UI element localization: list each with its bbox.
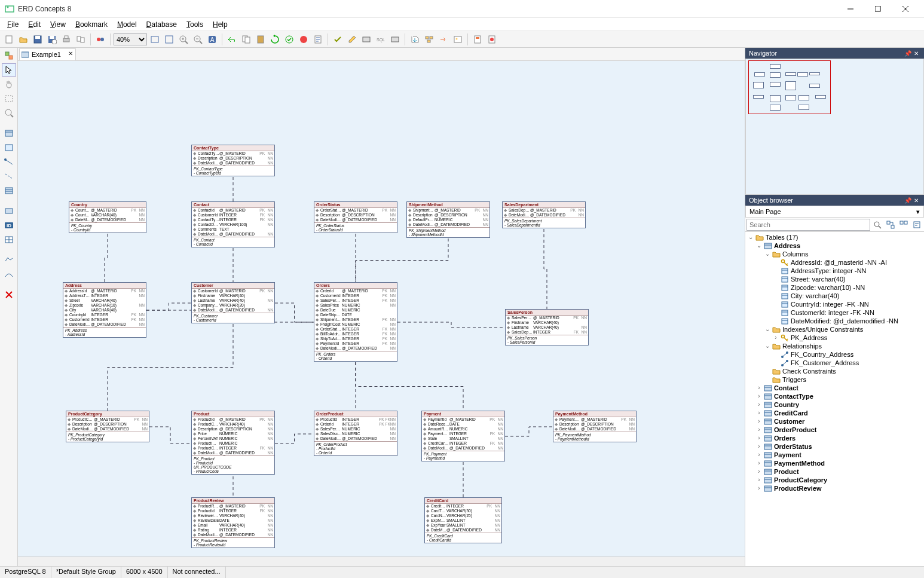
hand-icon[interactable] bbox=[2, 78, 16, 91]
validate-button[interactable] bbox=[283, 33, 296, 46]
id-icon[interactable]: ID bbox=[2, 219, 16, 232]
tree-check[interactable]: Check Constraints bbox=[746, 367, 923, 375]
entity-PaymentMethod[interactable]: PaymentMethod◆PaymentMethodId@_MASTERIDP… bbox=[553, 411, 637, 442]
menu-bookmark[interactable]: Bookmark bbox=[71, 19, 112, 30]
entity-OrderStatus[interactable]: OrderStatus◆OrderStatusId@_MASTERIDPKNN◆… bbox=[314, 201, 397, 233]
entity-ProductCategory[interactable]: ProductCategory◆ProductCategoryId@_MASTE… bbox=[66, 411, 149, 442]
tree-address[interactable]: ⌄Address bbox=[746, 241, 923, 250]
maximize-button[interactable] bbox=[864, 0, 892, 18]
tree-fk[interactable]: FK_Customer_Address bbox=[746, 359, 923, 367]
tree-table[interactable]: ›Customer bbox=[746, 417, 923, 426]
run-button[interactable] bbox=[297, 33, 310, 46]
tree-filter-icon[interactable] bbox=[911, 219, 923, 231]
entity-ShipmentMethod[interactable]: ShipmentMethod◆ShipmentMethodId@_MASTERI… bbox=[406, 201, 490, 238]
entity-OrderProduct[interactable]: OrderProduct◆ProductIdINTEGERPK FKNN◆Ord… bbox=[314, 411, 397, 456]
delete-icon[interactable] bbox=[2, 288, 16, 301]
page-select[interactable]: Main Page▾ bbox=[745, 206, 924, 218]
sql-button[interactable]: SQL bbox=[374, 33, 387, 46]
paste-button[interactable] bbox=[254, 33, 267, 46]
report-button[interactable] bbox=[471, 33, 484, 46]
entity-Product[interactable]: Product◆ProductId@_MASTERIDPKNN◆ProductC… bbox=[191, 411, 275, 475]
zoomarea-icon[interactable]: A bbox=[206, 33, 219, 46]
close-button[interactable] bbox=[892, 0, 919, 18]
entity-ProductReview[interactable]: ProductReview◆ProductReviewId@_MASTERIDP… bbox=[191, 497, 275, 548]
check-button[interactable] bbox=[331, 33, 344, 46]
entity-Customer[interactable]: Customer◆CustomerId@_MASTERIDPKNN◆Firstn… bbox=[191, 282, 275, 323]
copy-button[interactable] bbox=[240, 33, 253, 46]
tree-col[interactable]: Street: varchar(40) bbox=[746, 275, 923, 283]
select-rect-icon[interactable] bbox=[2, 92, 16, 105]
tree-columns[interactable]: ⌄Columns bbox=[746, 250, 923, 258]
tree-indexes[interactable]: ⌄Indexes/Unique Constraints bbox=[746, 325, 923, 334]
table-icon[interactable] bbox=[2, 233, 16, 246]
minimize-button[interactable] bbox=[837, 0, 864, 18]
view-icon[interactable] bbox=[2, 141, 16, 154]
tree-table[interactable]: ›Contact bbox=[746, 384, 923, 392]
open-button[interactable] bbox=[17, 33, 30, 46]
pin-icon[interactable]: 📌 bbox=[904, 49, 912, 57]
diagram-canvas[interactable]: ContactType◆ContactTypeId@_MASTERIDPKNN◆… bbox=[18, 61, 745, 556]
pdf-button[interactable] bbox=[485, 33, 498, 46]
edit-button[interactable] bbox=[345, 33, 359, 46]
scroll-h[interactable] bbox=[18, 556, 745, 566]
zoom-select[interactable]: 40% bbox=[114, 33, 147, 45]
entity-Country[interactable]: Country◆CountryId@_MASTERIDPKNN◆CountryN… bbox=[69, 201, 146, 233]
entity-SalesDepartment[interactable]: SalesDepartment◆SalesDepartmentId@_MASTE… bbox=[502, 201, 586, 228]
tree-table[interactable]: ›PaymentMethod bbox=[746, 459, 923, 467]
tree-col[interactable]: Zipcode: varchar(10) -NN bbox=[746, 283, 923, 292]
entity-Contact[interactable]: Contact◆ContactId@_MASTERIDPKNN◆Customer… bbox=[191, 201, 275, 247]
curve-icon[interactable] bbox=[2, 268, 16, 281]
tree-col[interactable]: AddressId: @d_masterid -NN -AI bbox=[746, 258, 923, 267]
menu-tools[interactable]: Tools bbox=[182, 19, 208, 30]
tree-table[interactable]: ›Product bbox=[746, 467, 923, 476]
object-tree[interactable]: ⌄Tables (17)⌄Address⌄ColumnsAddressId: @… bbox=[745, 232, 924, 566]
entity-icon[interactable] bbox=[2, 127, 16, 140]
relation2-icon[interactable] bbox=[2, 170, 16, 183]
gen-button[interactable] bbox=[360, 33, 373, 46]
tree-table[interactable]: ›Country bbox=[746, 400, 923, 409]
tree-tables[interactable]: ⌄Tables (17) bbox=[746, 233, 923, 241]
shapes-icon[interactable] bbox=[2, 49, 16, 62]
menu-view[interactable]: View bbox=[45, 19, 71, 30]
tree-fk[interactable]: FK_Country_Address bbox=[746, 350, 923, 359]
search-icon[interactable] bbox=[871, 219, 883, 231]
menu-database[interactable]: Database bbox=[142, 19, 182, 30]
tree-table[interactable]: ›OrderStatus bbox=[746, 442, 923, 451]
zoomout-icon[interactable] bbox=[191, 33, 204, 46]
tab-close-icon[interactable]: ✕ bbox=[68, 50, 73, 57]
import-button[interactable] bbox=[408, 33, 421, 46]
tree-col[interactable]: City: varchar(40) bbox=[746, 292, 923, 300]
tree-collapse-icon[interactable] bbox=[898, 219, 910, 231]
domain-icon[interactable] bbox=[2, 204, 16, 218]
zoomfit-icon[interactable] bbox=[148, 33, 161, 46]
tree-col[interactable]: CustomerId: integer -FK -NN bbox=[746, 308, 923, 317]
export-button[interactable] bbox=[437, 33, 450, 46]
document-tab[interactable]: Example1 ✕ bbox=[19, 48, 76, 60]
pointer-icon[interactable] bbox=[2, 63, 16, 77]
navigator-canvas[interactable] bbox=[745, 59, 924, 195]
new-button[interactable] bbox=[2, 33, 16, 46]
entity-Payment[interactable]: Payment◆PaymentId@_MASTERIDPKNN◆DateRece… bbox=[421, 411, 505, 461]
tree-col[interactable]: DateModified: @d_datemodified -NN bbox=[746, 317, 923, 325]
script-button[interactable] bbox=[311, 33, 325, 46]
pin-icon[interactable]: 📌 bbox=[904, 196, 912, 204]
tree-pk[interactable]: ›PK_Address bbox=[746, 334, 923, 342]
printpreview-button[interactable] bbox=[74, 33, 87, 46]
tree-table[interactable]: ›Orders bbox=[746, 434, 923, 442]
tree-expand-icon[interactable] bbox=[885, 219, 897, 231]
entity-Orders[interactable]: Orders◆OrderId@_MASTERIDPKNN◆CustomerIdI… bbox=[314, 282, 397, 362]
save-button[interactable] bbox=[31, 33, 44, 46]
tree-table[interactable]: ›ContactType bbox=[746, 392, 923, 400]
exportimg-button[interactable] bbox=[451, 33, 464, 46]
search-input[interactable] bbox=[746, 219, 870, 231]
entity-CreditCard[interactable]: CreditCard◆CreditCardIdINTEGERPKNN◆CardT… bbox=[424, 497, 502, 543]
gen2-button[interactable] bbox=[388, 33, 402, 46]
close-icon[interactable]: ✕ bbox=[912, 196, 920, 204]
tree-table[interactable]: ›OrderProduct bbox=[746, 426, 923, 434]
connect-button[interactable] bbox=[94, 33, 107, 46]
zoomactual-icon[interactable] bbox=[163, 33, 176, 46]
entity-ContactType[interactable]: ContactType◆ContactTypeId@_MASTERIDPKNN◆… bbox=[191, 145, 275, 176]
tree-relationships[interactable]: ⌄Relationships bbox=[746, 342, 923, 350]
saveas-button[interactable] bbox=[45, 33, 59, 46]
zoom-icon[interactable] bbox=[2, 106, 16, 120]
